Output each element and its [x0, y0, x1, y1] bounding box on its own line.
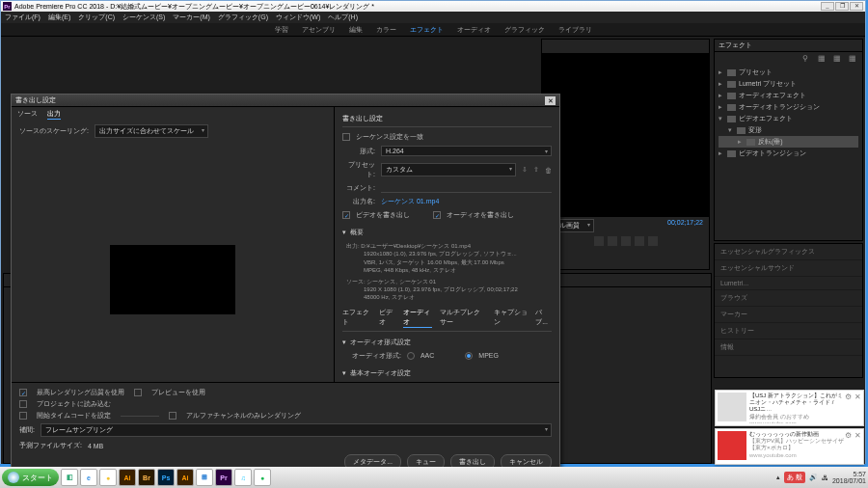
mark-in-button[interactable]: [594, 236, 604, 246]
tray-volume-icon[interactable]: 🔊: [809, 474, 818, 481]
taskbar-app-icon[interactable]: ♫: [234, 469, 252, 486]
scaling-dropdown[interactable]: 出力サイズに合わせてスケール: [95, 124, 208, 138]
comment-input[interactable]: [381, 184, 552, 193]
workspace-tab[interactable]: ライブラリ: [558, 25, 592, 35]
effects-tree-item[interactable]: ▸プリセット: [719, 67, 858, 78]
format-label: 形式:: [342, 147, 375, 156]
import-project-checkbox[interactable]: [19, 400, 27, 408]
chevron-down-icon[interactable]: ▾: [342, 339, 346, 346]
step-fwd-button[interactable]: [635, 236, 644, 246]
panel-tab[interactable]: エッセンシャルサウンド: [715, 260, 862, 277]
export-video-checkbox[interactable]: ✓: [342, 211, 350, 219]
tray-network-icon[interactable]: 🖧: [822, 474, 828, 481]
menu-item[interactable]: クリップ(C): [78, 13, 115, 22]
close-icon[interactable]: ✕: [854, 393, 861, 423]
alpha-only-checkbox[interactable]: [169, 412, 176, 420]
format-dropdown[interactable]: H.264: [381, 146, 552, 156]
tray-chevron-icon[interactable]: ▴: [776, 474, 780, 481]
panel-tab[interactable]: ヒストリー: [715, 323, 862, 339]
workspace-tab[interactable]: オーディオ: [457, 25, 491, 35]
effects-filter-icon[interactable]: ▦: [818, 54, 826, 63]
menu-item[interactable]: グラフィック(G): [218, 13, 268, 22]
effects-tree-item[interactable]: ▸オーディオエフェクト: [719, 90, 858, 101]
workspace-tab[interactable]: エフェクト: [410, 25, 444, 35]
taskbar-app-icon[interactable]: Ps: [157, 469, 175, 486]
delete-preset-icon[interactable]: 🗑: [545, 167, 552, 174]
taskbar-app-icon[interactable]: Ai: [119, 469, 136, 486]
panel-tab[interactable]: Lumetri...: [715, 277, 862, 290]
workspace-tab[interactable]: 編集: [349, 25, 363, 35]
youtube-notification[interactable]: 【USJ 新アトラクション】これがミニオン・ハチャメチャ・ライド / USJニ……: [715, 390, 864, 426]
taskbar-app-icon[interactable]: Pr: [215, 469, 232, 486]
taskbar-app-icon[interactable]: Ai: [176, 469, 194, 486]
interp-dropdown[interactable]: フレームサンプリング: [41, 423, 552, 437]
menu-item[interactable]: 編集(E): [48, 13, 70, 22]
taskbar-app-icon[interactable]: e: [80, 469, 97, 486]
panel-tab[interactable]: エッセンシャルグラフィックス: [715, 244, 862, 260]
menu-item[interactable]: シーケンス(S): [122, 13, 165, 22]
panel-tab[interactable]: ブラウズ: [715, 290, 862, 307]
ime-indicator[interactable]: あ 般: [784, 472, 805, 483]
taskbar-app-icon[interactable]: ●: [254, 469, 271, 486]
max-quality-checkbox[interactable]: ✓: [19, 389, 27, 396]
close-icon[interactable]: ✕: [854, 431, 861, 462]
export-subtab[interactable]: エフェクト: [342, 308, 371, 328]
aac-radio[interactable]: [407, 352, 415, 360]
dialog-close-button[interactable]: ✕: [545, 96, 556, 105]
taskbar-app-icon[interactable]: Br: [138, 469, 155, 486]
close-button[interactable]: ✕: [850, 2, 863, 11]
menu-item[interactable]: ファイル(F): [5, 13, 41, 22]
mark-out-button[interactable]: [648, 236, 658, 246]
taskbar-app-icon[interactable]: ●: [99, 469, 117, 486]
start-tc-input[interactable]: [121, 416, 159, 417]
export-preview[interactable]: [110, 245, 235, 314]
use-preview-checkbox[interactable]: [134, 389, 142, 396]
gear-icon[interactable]: ⚙: [845, 393, 852, 423]
effects-filter3-icon[interactable]: ▦: [849, 54, 856, 63]
effects-tree-item[interactable]: ▸オーディオトランジション: [719, 101, 858, 113]
export-subtab[interactable]: オーディオ: [403, 308, 432, 328]
youtube-notification[interactable]: むっっっっっっの新作動画 【東方PV風】ハッピーシンセサイザ【東方×ボカロ】 w…: [715, 428, 864, 465]
taskbar-app-icon[interactable]: ⊞: [196, 469, 213, 486]
workspace-tab[interactable]: アセンブリ: [302, 25, 336, 35]
save-preset-icon[interactable]: ⇩: [522, 166, 528, 174]
tab-source[interactable]: ソース: [17, 109, 38, 119]
effects-tree-item[interactable]: ▸ビデオトランジション: [719, 148, 858, 159]
tab-output[interactable]: 出力: [47, 109, 61, 120]
menu-item[interactable]: マーカー(M): [173, 13, 210, 22]
step-back-button[interactable]: [608, 236, 617, 246]
effects-search-icon[interactable]: ⚲: [802, 54, 808, 63]
effects-tree-item[interactable]: ▸Lumetri プリセット: [719, 78, 858, 90]
export-subtab[interactable]: ビデオ: [379, 308, 396, 328]
effects-filter2-icon[interactable]: ▦: [833, 54, 841, 63]
workspace-tab[interactable]: カラー: [376, 25, 396, 35]
export-subtab[interactable]: パブ...: [535, 308, 552, 328]
start-button[interactable]: スタート: [2, 469, 59, 486]
program-viewer[interactable]: [542, 53, 709, 217]
taskbar-app-icon[interactable]: ◧: [61, 469, 78, 486]
mpeg-radio[interactable]: [465, 352, 473, 360]
match-sequence-checkbox[interactable]: [342, 133, 350, 141]
effects-tree-item[interactable]: ▸反転(垂): [719, 136, 858, 148]
gear-icon[interactable]: ⚙: [845, 431, 852, 462]
effects-tree-item[interactable]: ▾ビデオエフェクト: [719, 113, 858, 124]
menu-item[interactable]: ヘルプ(H): [328, 13, 358, 22]
play-button[interactable]: [621, 236, 631, 246]
import-preset-icon[interactable]: ⇧: [533, 166, 539, 174]
minimize-button[interactable]: _: [821, 2, 834, 11]
workspace-tab[interactable]: 学習: [275, 25, 288, 35]
outputname-link[interactable]: シーケンス 01.mp4: [381, 197, 439, 206]
maximize-button[interactable]: ❐: [835, 2, 849, 11]
effects-tree-item[interactable]: ▾変形: [719, 124, 858, 136]
start-tc-checkbox[interactable]: [19, 412, 27, 420]
panel-tab[interactable]: マーカー: [715, 307, 862, 323]
workspace-tab[interactable]: グラフィック: [504, 25, 545, 35]
export-subtab[interactable]: マルチプレクサー: [440, 308, 485, 328]
menu-item[interactable]: ウィンドウ(W): [276, 13, 320, 22]
preset-dropdown[interactable]: カスタム: [381, 163, 516, 176]
export-audio-checkbox[interactable]: ✓: [433, 211, 441, 219]
panel-tab[interactable]: 情報: [715, 339, 862, 356]
chevron-down-icon[interactable]: ▾: [342, 229, 346, 236]
export-subtab[interactable]: キャプション: [494, 308, 529, 328]
chevron-down-icon[interactable]: ▾: [342, 369, 346, 377]
